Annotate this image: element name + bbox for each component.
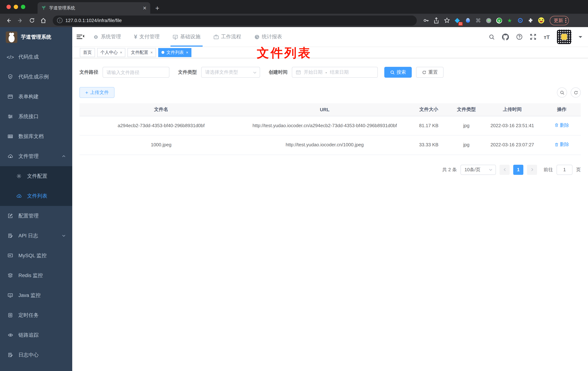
delete-button[interactable]: 删除	[554, 121, 569, 129]
prev-page-button[interactable]	[500, 165, 510, 175]
sidebar-item-log-center[interactable]: 日志中心	[0, 345, 72, 365]
next-page-button[interactable]	[527, 165, 537, 175]
sidebar-item-config-management[interactable]: 配置管理	[0, 206, 72, 226]
window-controls[interactable]	[7, 5, 25, 9]
page-size-select[interactable]: 10条/页	[461, 165, 496, 175]
app-logo[interactable]: 芋道管理系统	[0, 27, 72, 47]
sidebar-item-code-example[interactable]: 代码生成示例	[0, 67, 72, 87]
help-icon[interactable]	[516, 34, 523, 40]
share-icon[interactable]	[432, 16, 440, 24]
layers-icon	[7, 273, 13, 278]
chrome-update-button[interactable]: 更新	[550, 16, 569, 25]
site-info-icon[interactable]: i	[57, 18, 63, 23]
tag-close-icon[interactable]: ×	[120, 50, 122, 54]
avatar[interactable]	[557, 30, 571, 44]
extension-record-icon[interactable]	[485, 16, 493, 24]
top-menu-payment[interactable]: ¥ 支付管理	[134, 27, 160, 47]
dashboard-icon	[254, 34, 260, 40]
window-zoom-button[interactable]	[21, 5, 25, 9]
extension-drop-icon[interactable]	[464, 16, 472, 24]
avatar-caret-icon[interactable]	[579, 36, 582, 40]
url-text[interactable]: 127.0.0.1:1024/infra/file/file	[65, 18, 122, 23]
delete-button[interactable]: 删除	[554, 140, 569, 148]
chevron-up-icon	[62, 154, 66, 158]
back-icon[interactable]	[4, 15, 14, 25]
file-type-select[interactable]: 请选择文件类型	[201, 67, 260, 78]
date-range-picker[interactable]: 开始日期 - 结束日期	[292, 67, 378, 78]
window-close-button[interactable]	[7, 5, 11, 9]
sidebar-item-file-management[interactable]: 文件管理	[0, 146, 72, 166]
goto-page-input[interactable]	[556, 165, 572, 175]
extension-command-icon[interactable]: ⌘	[474, 16, 482, 24]
sidebar-item-mysql-monitor[interactable]: MySQL 监控	[0, 246, 72, 265]
text-size-icon[interactable]: тT	[544, 34, 550, 40]
sidebar-item-scheduled-tasks[interactable]: 定时任务	[0, 305, 72, 325]
sidebar-item-system-api[interactable]: 系统接口	[0, 106, 72, 127]
bookmark-star-icon[interactable]	[443, 16, 451, 24]
end-date-placeholder[interactable]: 结束日期	[330, 69, 349, 75]
tag-profile[interactable]: 个人中心 ×	[97, 48, 126, 57]
col-actions: 操作	[543, 103, 581, 116]
file-path-input[interactable]	[103, 67, 169, 78]
tag-close-icon[interactable]: ×	[150, 50, 153, 54]
url-bar[interactable]: i 127.0.0.1:1024/infra/file/file	[53, 15, 417, 25]
start-date-placeholder[interactable]: 开始日期	[304, 69, 323, 75]
sidebar-item-redis-monitor[interactable]: Redis 监控	[0, 265, 72, 285]
forward-icon[interactable]	[15, 15, 25, 25]
sidebar-item-api-log[interactable]: API 日志	[0, 226, 72, 246]
tab-close-icon[interactable]: ✕	[143, 5, 147, 11]
refresh-icon	[573, 90, 578, 95]
fullscreen-icon[interactable]	[530, 34, 536, 40]
sidebar-item-form-builder[interactable]: 表单构建	[0, 87, 72, 106]
sidebar-item-java-monitor[interactable]: Java 监控	[0, 285, 72, 305]
window-minimize-button[interactable]	[14, 5, 18, 9]
page-number-button[interactable]: 1	[513, 165, 523, 175]
tag-file-config[interactable]: 文件配置 ×	[128, 48, 156, 57]
toggle-search-button[interactable]	[557, 87, 567, 97]
sliders-icon	[7, 114, 13, 119]
table-row: a294ecb2-73dd-4353-bf40-296b8931d0bf htt…	[79, 116, 581, 135]
extension-y-icon[interactable]: y	[495, 16, 503, 24]
top-menu-workflow[interactable]: 工作流程	[213, 27, 241, 47]
table-row: 1000.jpeg http://test.yudao.iocoder.cn/1…	[79, 135, 581, 155]
browser-actions: 11 ⌘ y ★ 更新	[422, 16, 569, 25]
home-icon[interactable]	[38, 15, 48, 25]
github-icon[interactable]	[502, 33, 509, 40]
extension-diamond-icon[interactable]: 11	[453, 16, 461, 24]
sidebar-item-tracing[interactable]: 链路追踪	[0, 325, 72, 345]
chevron-down-icon	[253, 70, 257, 74]
search-button[interactable]: 搜索	[384, 67, 412, 78]
document-edit-icon	[7, 233, 13, 238]
extension-star-icon[interactable]: ★	[506, 16, 514, 24]
top-menu-infrastructure[interactable]: 基础设施	[173, 27, 200, 47]
range-separator: -	[326, 70, 327, 75]
sidebar-item-file-list[interactable]: 文件列表	[0, 186, 72, 206]
top-menu-system[interactable]: 系统管理	[93, 27, 121, 47]
file-table: 文件名 URL 文件大小 文件类型 上传时间 操作 a294ecb2-73dd-…	[79, 103, 581, 155]
extension-eye-icon[interactable]	[516, 16, 524, 24]
grid-icon	[7, 134, 13, 139]
extension-puzzle-icon[interactable]	[527, 16, 535, 24]
sidebar-item-code-generation[interactable]: </> 代码生成	[0, 47, 72, 67]
reload-icon[interactable]	[27, 15, 37, 25]
col-filesize: 文件大小	[407, 103, 451, 116]
calendar-icon	[296, 70, 301, 75]
new-tab-button[interactable]: +	[155, 4, 159, 14]
tag-file-list[interactable]: 文件列表 ×	[158, 48, 192, 57]
tag-close-icon[interactable]: ×	[186, 50, 188, 54]
app-navbar: 系统管理 ¥ 支付管理 基础设施	[72, 27, 588, 47]
browser-tab[interactable]: 芋道管理系统 ✕	[38, 2, 150, 14]
upload-file-button[interactable]: + 上传文件	[79, 87, 115, 98]
cell-filetype: jpg	[451, 135, 482, 155]
tag-home[interactable]: 首页	[80, 48, 95, 57]
search-icon[interactable]	[489, 34, 495, 40]
password-key-icon[interactable]	[422, 16, 430, 24]
browser-menu-icon[interactable]	[565, 18, 566, 23]
refresh-table-button[interactable]	[571, 87, 581, 97]
profile-emoji-icon[interactable]	[537, 16, 545, 24]
sidebar-item-db-doc[interactable]: 数据库文档	[0, 127, 72, 146]
top-menu-reports[interactable]: 统计报表	[254, 27, 282, 47]
sidebar-item-file-config[interactable]: 文件配置	[0, 166, 72, 186]
reset-button[interactable]: 重置	[416, 67, 443, 78]
sidebar-collapse-button[interactable]	[72, 27, 87, 47]
